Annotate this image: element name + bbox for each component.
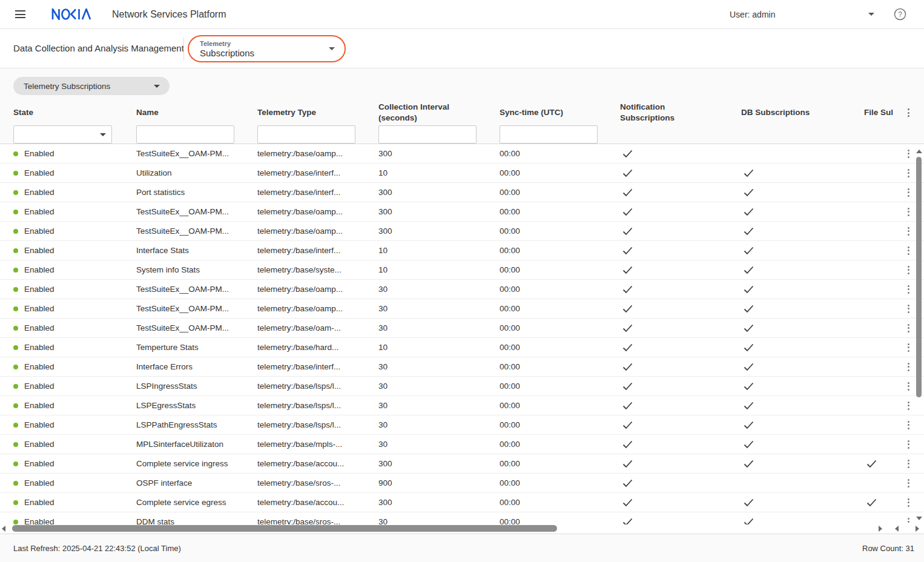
db-subscriptions-cell (728, 285, 851, 294)
sync-time-filter-input[interactable] (500, 125, 598, 144)
table-row[interactable]: Enabled DDM stats telemetry:/base/sros-.… (0, 512, 924, 524)
status-enabled-icon (13, 151, 18, 156)
telemetry-type-cell: telemetry:/base/accou... (244, 498, 365, 507)
db-subscriptions-cell (728, 421, 851, 429)
collection-interval-cell: 300 (365, 498, 486, 507)
row-actions-kebab-icon[interactable] (906, 207, 911, 217)
telemetry-type-cell: telemetry:/base/oamp... (244, 285, 365, 294)
table-row[interactable]: Enabled Complete service egress telemetr… (0, 493, 924, 512)
telemetry-type-cell: telemetry:/base/oamp... (244, 226, 365, 236)
row-actions-kebab-icon[interactable] (906, 420, 911, 431)
column-settings-kebab-icon[interactable] (906, 107, 911, 118)
col-header-state[interactable]: State (0, 107, 123, 118)
row-actions-kebab-icon[interactable] (906, 168, 911, 179)
telemetry-type-cell: telemetry:/base/interf... (244, 362, 365, 371)
telemetry-view-dropdown[interactable]: Telemetry Subscriptions (188, 35, 346, 62)
view-selector-pill[interactable]: Telemetry Subscriptions (13, 77, 170, 95)
row-actions-kebab-icon[interactable] (906, 381, 911, 392)
table-row[interactable]: Enabled LSPPathEngressStats telemetry:/b… (0, 415, 924, 435)
name-filter-input[interactable] (136, 125, 234, 144)
row-actions-kebab-icon[interactable] (906, 497, 911, 508)
col-header-notification-subscriptions[interactable]: Notification Subscriptions (620, 102, 706, 124)
notification-subscriptions-cell (607, 266, 728, 274)
collection-interval-cell: 300 (365, 149, 486, 158)
col-header-db-subscriptions[interactable]: DB Subscriptions (728, 107, 851, 118)
breadcrumb: Data Collection and Analysis Management (13, 43, 184, 53)
pinned-scroll-left-icon[interactable] (895, 526, 899, 532)
row-actions-kebab-icon[interactable] (906, 284, 911, 295)
row-actions-kebab-icon[interactable] (906, 245, 911, 256)
file-subscriptions-cell (851, 460, 893, 468)
row-actions-kebab-icon[interactable] (906, 478, 911, 489)
help-icon[interactable]: ? (894, 8, 906, 23)
table-row[interactable]: Enabled Temperture Stats telemetry:/base… (0, 338, 924, 357)
row-actions-kebab-icon[interactable] (906, 226, 911, 237)
sync-time-cell: 00:00 (486, 246, 607, 255)
sync-time-cell: 00:00 (486, 498, 607, 507)
sync-time-cell: 00:00 (486, 382, 607, 391)
col-header-collection-interval[interactable]: Collection Interval (seconds) (378, 102, 470, 124)
row-actions-kebab-icon[interactable] (906, 303, 911, 314)
table-row[interactable]: Enabled LSPIngressStats telemetry:/base/… (0, 377, 924, 396)
collection-interval-filter-input[interactable] (378, 125, 477, 144)
table-row[interactable]: Enabled MPLSinterfaceUtilizaton telemetr… (0, 435, 924, 454)
row-actions-kebab-icon[interactable] (906, 362, 911, 372)
col-header-sync-time[interactable]: Sync-time (UTC) (486, 107, 607, 118)
sync-time-cell: 00:00 (486, 459, 607, 468)
scroll-up-icon[interactable] (916, 150, 922, 153)
row-actions-kebab-icon[interactable] (906, 439, 911, 450)
col-header-name[interactable]: Name (123, 107, 244, 118)
telemetry-type-cell: telemetry:/base/lsps/l... (244, 382, 365, 391)
table-row[interactable]: Enabled TestSuiteEx__OAM-PM... telemetry… (0, 299, 924, 319)
collection-interval-cell: 30 (365, 401, 486, 410)
db-subscriptions-cell (728, 460, 851, 468)
table-row[interactable]: Enabled Interface Stats telemetry:/base/… (0, 241, 924, 260)
status-enabled-icon (13, 384, 18, 389)
row-actions-kebab-icon[interactable] (906, 342, 911, 353)
col-header-telemetry-type[interactable]: Telemetry Type (244, 107, 365, 118)
user-menu-caret-icon[interactable] (868, 13, 874, 16)
notification-subscriptions-cell (607, 518, 728, 525)
row-actions-kebab-icon[interactable] (906, 517, 911, 525)
row-actions-kebab-icon[interactable] (906, 458, 911, 469)
row-actions-kebab-icon[interactable] (906, 148, 911, 159)
db-subscriptions-cell (728, 305, 851, 313)
db-subscriptions-cell (728, 440, 851, 449)
table-row[interactable]: Enabled System info Stats telemetry:/bas… (0, 260, 924, 280)
user-menu-label[interactable]: User: admin (730, 10, 775, 19)
scroll-left-icon[interactable] (2, 526, 5, 532)
table-row[interactable]: Enabled TestSuiteEx__OAM-PM... telemetry… (0, 202, 924, 222)
menu-icon[interactable] (15, 10, 25, 18)
table-row[interactable]: Enabled Interface Errors telemetry:/base… (0, 357, 924, 377)
state-cell: Enabled (24, 168, 54, 177)
telemetry-type-cell: telemetry:/base/interf... (244, 188, 365, 197)
collection-interval-cell: 10 (365, 343, 486, 352)
scroll-right-icon[interactable] (879, 526, 882, 532)
telemetry-type-filter-input[interactable] (257, 125, 355, 144)
name-cell: Interface Stats (123, 246, 244, 255)
pinned-scroll-right-icon[interactable] (916, 526, 919, 532)
status-enabled-icon (13, 345, 18, 350)
telemetry-type-cell: telemetry:/base/interf... (244, 168, 365, 177)
table-row[interactable]: Enabled TestSuiteEx__OAM-PM... telemetry… (0, 319, 924, 338)
row-actions-kebab-icon[interactable] (906, 400, 911, 411)
table-row[interactable]: Enabled Utilization telemetry:/base/inte… (0, 164, 924, 183)
row-actions-kebab-icon[interactable] (906, 323, 911, 334)
col-header-file-subscriptions[interactable]: File Sul (851, 107, 893, 118)
table-row[interactable]: Enabled Port statistics telemetry:/base/… (0, 183, 924, 202)
notification-subscriptions-cell (607, 382, 728, 391)
table-row[interactable]: Enabled TestSuiteEx__OAM-PM... telemetry… (0, 144, 924, 164)
horizontal-scrollbar-thumb[interactable] (12, 525, 557, 532)
row-actions-kebab-icon[interactable] (906, 265, 911, 276)
state-filter-select[interactable] (13, 125, 112, 144)
table-row[interactable]: Enabled TestSuiteEx__OAM-PM... telemetry… (0, 280, 924, 299)
scroll-down-icon[interactable] (916, 517, 922, 520)
table-row[interactable]: Enabled OSPF interface telemetry:/base/s… (0, 474, 924, 493)
table-row[interactable]: Enabled LSPEgressStats telemetry:/base/l… (0, 396, 924, 415)
vertical-scrollbar-thumb[interactable] (916, 157, 922, 397)
table-row[interactable]: Enabled Complete service ingress telemet… (0, 454, 924, 474)
state-cell: Enabled (24, 246, 54, 255)
table-row[interactable]: Enabled TestSuiteEx__OAM-PM... telemetry… (0, 222, 924, 241)
row-actions-kebab-icon[interactable] (906, 187, 911, 198)
state-cell: Enabled (24, 459, 54, 468)
